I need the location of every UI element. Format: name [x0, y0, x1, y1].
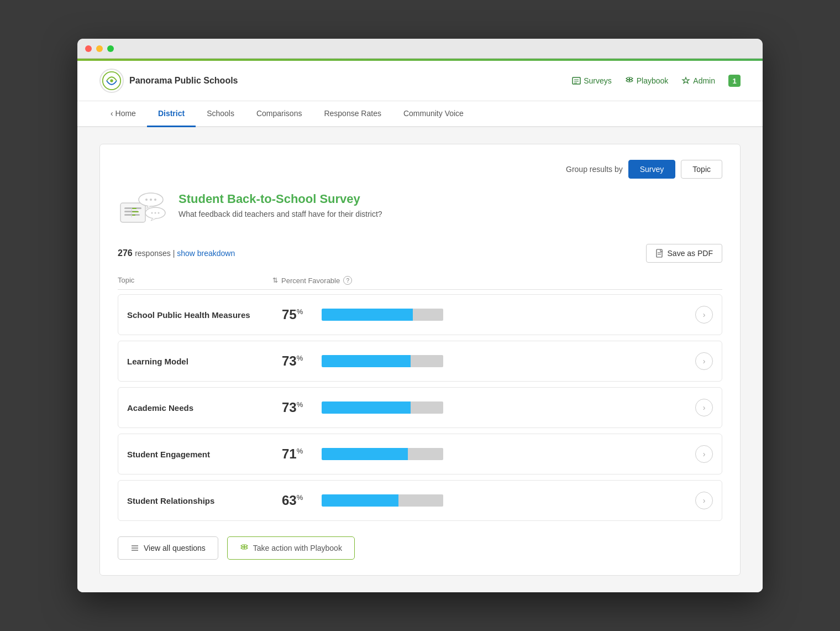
- responses-info: 276 responses | show breakdown: [118, 248, 235, 258]
- row-arrow[interactable]: ›: [695, 352, 713, 370]
- percent-area: 73%: [282, 353, 695, 369]
- tab-district[interactable]: District: [147, 101, 196, 127]
- group-results-bar: Group results by Survey Topic: [118, 160, 722, 179]
- tab-community-voice[interactable]: Community Voice: [392, 101, 475, 127]
- responses-row: 276 responses | show breakdown Save as P…: [118, 244, 722, 263]
- bottom-buttons: View all questions Take action with Play…: [118, 536, 722, 560]
- topic-table: Topic ⇅ Percent Favorable ? School Publi…: [118, 272, 722, 521]
- percent-value: 73%: [282, 400, 315, 415]
- bar-container: [322, 355, 443, 367]
- bar-fill: [322, 448, 408, 460]
- group-by-topic-btn[interactable]: Topic: [681, 160, 722, 179]
- help-icon[interactable]: ?: [343, 276, 352, 285]
- admin-icon: [681, 76, 690, 85]
- svg-point-18: [150, 199, 152, 201]
- percent-value: 71%: [282, 446, 315, 462]
- svg-rect-13: [132, 208, 136, 209]
- survey-title: Student Back-to-School Survey: [179, 192, 382, 206]
- svg-point-6: [629, 78, 630, 79]
- svg-rect-15: [132, 215, 135, 216]
- main-content: Group results by Survey Topic: [77, 127, 763, 592]
- playbook-nav-item[interactable]: Playbook: [625, 76, 669, 85]
- sort-icon: ⇅: [272, 277, 278, 284]
- logo-area: Panorama Public Schools: [99, 69, 238, 93]
- bar-fill: [322, 401, 411, 414]
- row-arrow[interactable]: ›: [695, 399, 713, 416]
- svg-rect-24: [657, 249, 662, 257]
- admin-nav-label: Admin: [693, 76, 715, 85]
- maximize-btn[interactable]: [107, 45, 114, 52]
- svg-point-1: [110, 79, 113, 82]
- save-pdf-btn[interactable]: Save as PDF: [646, 244, 722, 263]
- list-icon: [130, 544, 139, 552]
- app-container: Panorama Public Schools Surveys: [77, 61, 763, 592]
- tab-nav: ‹ Home District Schools Comparisons Resp…: [77, 101, 763, 127]
- close-btn[interactable]: [85, 45, 92, 52]
- svg-rect-14: [132, 211, 139, 212]
- surveys-nav-item[interactable]: Surveys: [572, 76, 612, 85]
- svg-point-22: [155, 212, 156, 214]
- topic-name: School Public Health Measures: [127, 310, 282, 320]
- minimize-btn[interactable]: [96, 45, 103, 52]
- playbook-action-icon: [240, 544, 249, 552]
- tab-response-rates[interactable]: Response Rates: [313, 101, 392, 127]
- pdf-icon: [655, 249, 664, 258]
- surveys-icon: [572, 76, 581, 85]
- surveys-nav-label: Surveys: [584, 76, 612, 85]
- app-window: Panorama Public Schools Surveys: [77, 39, 763, 592]
- responses-count: 276: [118, 248, 133, 258]
- table-row[interactable]: Student Engagement 71% ›: [118, 434, 722, 474]
- topic-name: Academic Needs: [127, 403, 282, 413]
- bar-container: [322, 494, 443, 507]
- bar-fill: [322, 309, 413, 321]
- survey-illustration-icon: [118, 192, 167, 231]
- percent-area: 63%: [282, 493, 695, 508]
- tab-home[interactable]: ‹ Home: [99, 101, 147, 127]
- responses-label: responses |: [135, 249, 177, 258]
- notification-badge[interactable]: 1: [728, 75, 741, 87]
- percent-value: 73%: [282, 353, 315, 369]
- percent-area: 75%: [282, 307, 695, 322]
- take-action-playbook-btn[interactable]: Take action with Playbook: [227, 536, 355, 560]
- survey-info: Student Back-to-School Survey What feedb…: [179, 192, 382, 218]
- svg-point-21: [151, 212, 153, 214]
- topic-name: Student Relationships: [127, 496, 282, 505]
- playbook-icon: [625, 76, 634, 85]
- app-header: Panorama Public Schools Surveys: [77, 61, 763, 101]
- svg-rect-11: [124, 214, 140, 216]
- group-by-survey-btn[interactable]: Survey: [628, 160, 676, 179]
- survey-header: Student Back-to-School Survey What feedb…: [118, 192, 722, 231]
- svg-rect-8: [120, 203, 145, 222]
- tab-schools[interactable]: Schools: [196, 101, 245, 127]
- table-row[interactable]: Learning Model 73% ›: [118, 341, 722, 382]
- app-title: Panorama Public Schools: [129, 76, 238, 86]
- topic-name: Student Engagement: [127, 450, 282, 459]
- table-row[interactable]: School Public Health Measures 75% ›: [118, 294, 722, 335]
- table-header: Topic ⇅ Percent Favorable ?: [118, 272, 722, 290]
- titlebar: [77, 39, 763, 59]
- content-card: Group results by Survey Topic: [99, 144, 741, 576]
- svg-point-31: [244, 547, 245, 549]
- bar-container: [322, 401, 443, 414]
- bar-container: [322, 448, 443, 460]
- topic-name: Learning Model: [127, 357, 282, 366]
- view-all-questions-btn[interactable]: View all questions: [118, 536, 218, 560]
- svg-point-17: [145, 199, 148, 201]
- tab-comparisons[interactable]: Comparisons: [245, 101, 313, 127]
- svg-point-19: [154, 199, 156, 201]
- percent-value: 63%: [282, 493, 315, 508]
- admin-nav-item[interactable]: Admin: [681, 76, 715, 85]
- col-header-topic: Topic: [118, 276, 272, 285]
- svg-point-30: [244, 545, 245, 546]
- logo-circle: [99, 69, 124, 93]
- percent-area: 71%: [282, 446, 695, 462]
- row-arrow[interactable]: ›: [695, 306, 713, 324]
- show-breakdown-link[interactable]: show breakdown: [177, 249, 235, 258]
- row-arrow[interactable]: ›: [695, 492, 713, 509]
- header-nav: Surveys Playbook Admin: [572, 75, 741, 87]
- row-arrow[interactable]: ›: [695, 445, 713, 463]
- svg-point-23: [158, 212, 160, 214]
- table-row[interactable]: Academic Needs 73% ›: [118, 387, 722, 428]
- table-row[interactable]: Student Relationships 63% ›: [118, 480, 722, 521]
- playbook-nav-label: Playbook: [637, 76, 669, 85]
